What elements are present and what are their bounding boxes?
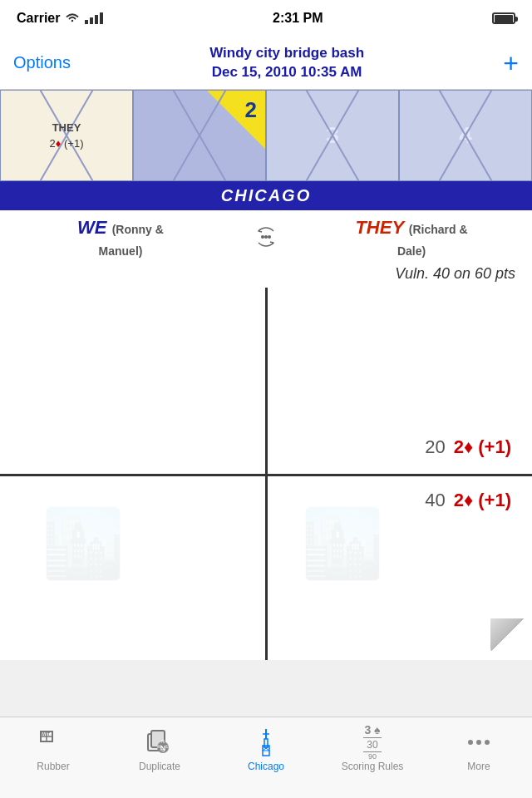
game-tab-4[interactable]: 4 bbox=[399, 90, 532, 181]
tab-label-rubber: Rubber bbox=[37, 761, 69, 772]
nav-title: Windy city bridge bash Dec 15, 2010 10:3… bbox=[209, 44, 364, 81]
game-tab-2[interactable]: 2 bbox=[133, 90, 266, 181]
carrier-label: Carrier bbox=[17, 11, 60, 26]
svg-text:S: S bbox=[161, 748, 165, 753]
options-button[interactable]: Options bbox=[13, 53, 71, 72]
svg-text:E: E bbox=[165, 744, 169, 749]
score-bid-below-1: 2♦ (+1) bbox=[454, 490, 511, 511]
game-tab-3[interactable]: 3 bbox=[266, 90, 399, 181]
they-label: THEY (Richard &Dale) bbox=[291, 217, 532, 260]
score-entry-above-1[interactable]: 20 2♦ (+1) bbox=[425, 436, 524, 458]
tab-label-chicago: Chicago bbox=[248, 761, 284, 772]
game-tab-1[interactable]: THEY 2♦ (+1) bbox=[0, 90, 133, 181]
tab4-x-pattern bbox=[400, 91, 531, 180]
tab1-they-label: THEY bbox=[50, 121, 84, 134]
page-curl bbox=[490, 618, 524, 652]
we-label: WE (Ronny &Manuel) bbox=[0, 217, 241, 260]
signal-bars bbox=[85, 12, 103, 24]
score-number-40: 40 bbox=[425, 490, 445, 511]
battery-icon bbox=[492, 12, 515, 24]
tab-item-rubber[interactable]: W T Rubber bbox=[0, 724, 106, 772]
tab-item-more[interactable]: More bbox=[426, 724, 532, 772]
tab1-score: 2♦ (+1) bbox=[50, 137, 84, 150]
svg-text:W: W bbox=[156, 744, 161, 749]
svg-point-0 bbox=[264, 235, 268, 239]
game-tabs: THEY 2♦ (+1) 2 3 4 bbox=[0, 90, 532, 181]
status-left: Carrier bbox=[17, 11, 103, 26]
svg-point-2 bbox=[268, 235, 271, 239]
more-icon bbox=[464, 727, 494, 757]
swap-icon bbox=[252, 223, 280, 255]
scoring-rules-icon: 3 ♠ 30 90 bbox=[357, 727, 387, 757]
scorepad-divider bbox=[0, 474, 532, 476]
svg-text:W: W bbox=[42, 732, 46, 736]
chicago-bar: CHICAGO bbox=[0, 181, 532, 210]
scorepad: 🏙️ 🏙️ 20 2♦ (+1) 40 2♦ (+1) bbox=[0, 288, 532, 660]
tab-label-duplicate: Duplicate bbox=[139, 761, 180, 772]
svg-text:N: N bbox=[161, 739, 165, 744]
score-entry-below-1[interactable]: 40 2♦ (+1) bbox=[425, 490, 524, 511]
status-time: 2:31 PM bbox=[273, 11, 323, 26]
swap-icon-area[interactable] bbox=[241, 217, 291, 260]
tab-label-scoring: Scoring Rules bbox=[342, 761, 404, 772]
tab-item-scoring[interactable]: 3 ♠ 30 90 Scoring Rules bbox=[319, 724, 426, 772]
tab-bar: W T Rubber N N S W E Duplicate bbox=[0, 717, 532, 798]
tab-item-duplicate[interactable]: N N S W E Duplicate bbox=[106, 724, 213, 772]
they-scores-below: 40 2♦ (+1) bbox=[268, 481, 533, 520]
score-header: WE (Ronny &Manuel) THEY (Richard &Dale) bbox=[0, 210, 532, 264]
status-bar: Carrier 2:31 PM bbox=[0, 0, 532, 37]
tab-item-chicago[interactable]: Chicago bbox=[213, 724, 319, 772]
duplicate-icon: N N S W E bbox=[145, 727, 175, 757]
status-right bbox=[492, 12, 515, 24]
we-players: (Ronny &Manuel) bbox=[99, 223, 164, 258]
nav-bar: Options Windy city bridge bash Dec 15, 2… bbox=[0, 37, 532, 90]
wifi-icon bbox=[65, 12, 80, 26]
chicago-tower-icon bbox=[251, 727, 281, 757]
they-players: (Richard &Dale) bbox=[397, 223, 468, 258]
tab3-x-pattern bbox=[267, 91, 398, 180]
tab-label-more: More bbox=[467, 761, 490, 772]
tab1-content: THEY 2♦ (+1) bbox=[50, 121, 84, 150]
svg-text:T: T bbox=[47, 732, 50, 736]
watermark-we: 🏙️ bbox=[17, 461, 150, 627]
tab2-number: 2 bbox=[245, 97, 257, 123]
vuln-row: Vuln. 40 on 60 pts bbox=[0, 264, 532, 288]
add-button[interactable]: + bbox=[503, 50, 519, 76]
rubber-icon: W T bbox=[38, 727, 68, 757]
score-bid-above-1: 2♦ (+1) bbox=[454, 436, 511, 458]
svg-point-1 bbox=[261, 235, 264, 239]
score-number-20: 20 bbox=[425, 436, 445, 458]
they-scores-above: 20 2♦ (+1) bbox=[268, 428, 533, 466]
